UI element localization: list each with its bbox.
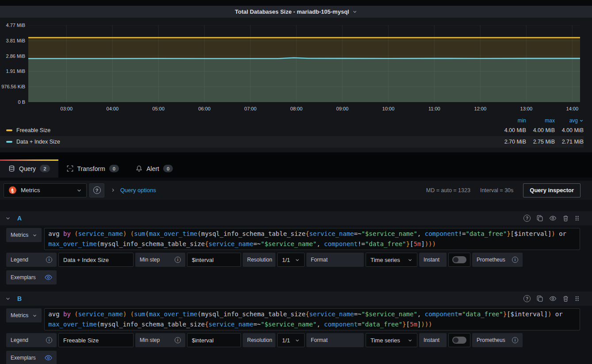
query-options-toggle[interactable]: Query options: [111, 187, 156, 193]
exemplars-eye-icon: [45, 355, 52, 361]
editor-tab-bar: Query 2 Transform 0 Alert 0: [0, 159, 592, 178]
info-icon: i: [175, 337, 181, 343]
legend-input[interactable]: [58, 333, 134, 347]
panel-title: Total Databases Size - mariadb-105-mysql: [235, 8, 349, 15]
chevron-down-icon: [76, 188, 82, 193]
query-type-select[interactable]: Metrics: [6, 228, 42, 242]
query-a-header[interactable]: A ?: [0, 211, 592, 225]
datasource-picker[interactable]: Metrics: [4, 183, 87, 197]
legend-stat-column-avg[interactable]: avg: [555, 118, 584, 124]
query-ref-id: B: [17, 295, 22, 302]
query-ref-id: A: [17, 215, 22, 222]
tab-alert-count-badge: 0: [163, 165, 173, 172]
legend-input[interactable]: [58, 253, 134, 267]
legend-item[interactable]: Data + Index Size2.70 MiB2.75 MiB2.71 Mi…: [0, 136, 584, 148]
instant-label: Instant: [424, 337, 439, 343]
series-color-marker[interactable]: [6, 129, 12, 131]
drag-handle-icon[interactable]: [575, 295, 579, 302]
tab-alert[interactable]: Alert 0: [127, 159, 181, 178]
tab-transform[interactable]: Transform 0: [58, 159, 128, 178]
interval-text: Interval = 30s: [480, 187, 513, 193]
instant-toggle[interactable]: [448, 333, 470, 347]
query-inspector-button[interactable]: Query inspector: [523, 183, 581, 197]
series-stat-min: 4.00 MiB: [497, 127, 526, 133]
chevron-down-icon: [295, 338, 300, 343]
delete-query-button[interactable]: [562, 295, 569, 302]
series-name[interactable]: Freeable Size: [16, 127, 50, 133]
timeseries-panel: 4.77 MiB3.81 MiB2.86 MiB1.91 MiB976.56 K…: [0, 18, 592, 152]
drag-handle-icon[interactable]: [575, 215, 579, 222]
query-a-body: Metrics avg by (service_name) (sum(max_o…: [0, 225, 592, 284]
datasource-name: Metrics: [21, 187, 73, 193]
tab-query-count-badge: 2: [40, 165, 50, 172]
min-step-input[interactable]: [187, 253, 241, 267]
hide-query-button[interactable]: [549, 295, 557, 302]
instant-label: Instant: [424, 257, 439, 263]
x-axis-tick-label: 09:00: [328, 106, 356, 111]
prometheus-icon: [8, 186, 17, 194]
legend-stat-column-max[interactable]: max: [526, 118, 555, 124]
duplicate-query-button[interactable]: [536, 295, 543, 302]
x-axis-tick-label: 10:00: [374, 106, 402, 111]
x-axis-tick-label: 06:00: [190, 106, 218, 111]
exemplars-label: Exemplars: [11, 355, 36, 361]
query-type-select[interactable]: Metrics: [6, 308, 42, 322]
x-axis-tick-label: 12:00: [466, 106, 494, 111]
chevron-down-icon[interactable]: [5, 216, 11, 221]
info-icon: i: [512, 257, 518, 263]
tab-query[interactable]: Query 2: [0, 159, 58, 178]
min-step-input[interactable]: [187, 333, 241, 347]
instant-toggle[interactable]: [448, 253, 470, 267]
delete-query-button[interactable]: [562, 215, 569, 222]
chevron-down-icon[interactable]: [5, 296, 11, 301]
min-step-label: Min step: [140, 257, 160, 263]
toggle-off: [452, 256, 466, 263]
promql-code-editor[interactable]: avg by (service_name) (sum(max_over_time…: [44, 308, 580, 330]
y-axis-tick-label: 0 B: [0, 99, 25, 105]
x-axis-tick-label: 05:00: [144, 106, 172, 111]
tab-transform-label: Transform: [77, 165, 105, 172]
panel-title-bar[interactable]: Total Databases Size - mariadb-105-mysql: [0, 6, 592, 18]
exemplars-toggle[interactable]: Exemplars: [6, 351, 57, 364]
chevron-down-icon: [408, 338, 412, 343]
format-select[interactable]: Time series: [366, 253, 417, 267]
query-b-header[interactable]: B ?: [0, 292, 592, 306]
duplicate-query-button[interactable]: [536, 215, 543, 222]
series-stat-avg: 2.71 MiB: [555, 139, 584, 145]
info-icon: i: [512, 337, 518, 343]
datasource-type-label: Prometheus: [477, 257, 505, 263]
legend-stat-column-min[interactable]: min: [497, 118, 526, 124]
sort-desc-icon: [579, 118, 584, 123]
format-select[interactable]: Time series: [366, 333, 417, 347]
section-gap: [0, 152, 592, 159]
x-axis-tick-label: 11:00: [420, 106, 448, 111]
query-row-b: B ? Metrics avg by (service_name) (sum(m…: [0, 292, 592, 364]
tab-query-label: Query: [19, 165, 36, 172]
legend-label: Legend: [11, 257, 28, 263]
exemplars-label: Exemplars: [11, 274, 36, 281]
promql-code-editor[interactable]: avg by (service_name) (sum(max_over_time…: [44, 228, 580, 250]
x-axis-tick-label: 08:00: [282, 106, 310, 111]
query-editor-pane: Metrics ? Query options MD = auto = 1323…: [0, 181, 592, 364]
info-icon: i: [46, 337, 52, 343]
x-axis-tick-label: 14:00: [558, 106, 586, 111]
series-name[interactable]: Data + Index Size: [16, 139, 60, 145]
help-button[interactable]: ?: [523, 295, 531, 302]
datasource-help-button[interactable]: ?: [89, 183, 104, 197]
bell-icon: [136, 165, 142, 172]
y-axis-tick-label: 976.56 KiB: [0, 84, 25, 90]
resolution-select[interactable]: 1/1: [277, 333, 305, 347]
x-axis-tick-label: 13:00: [512, 106, 540, 111]
exemplars-toggle[interactable]: Exemplars: [6, 270, 57, 284]
hide-query-button[interactable]: [549, 215, 557, 222]
legend-item[interactable]: Freeable Size4.00 MiB4.00 MiB4.00 MiB: [0, 125, 584, 136]
resolution-select[interactable]: 1/1: [277, 253, 305, 267]
series-color-marker[interactable]: [6, 141, 12, 143]
help-button[interactable]: ?: [523, 215, 531, 222]
format-label: Format: [311, 257, 328, 263]
database-icon: [8, 165, 15, 172]
datasource-bar: Metrics ? Query options MD = auto = 1323…: [0, 181, 592, 200]
legend-label: Legend: [11, 337, 28, 343]
query-a-options: Legendi Min stepi Resolution 1/1 Format …: [6, 253, 580, 267]
chart-plot-area[interactable]: [28, 25, 580, 102]
